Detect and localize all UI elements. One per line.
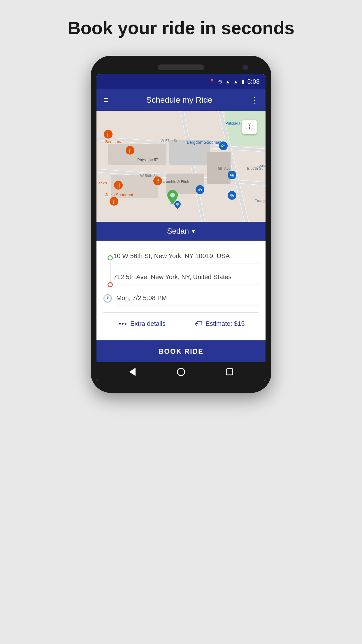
tag-icon: 🏷: [195, 319, 203, 328]
food-pin-1: 🍴: [104, 130, 113, 139]
recents-button[interactable]: [224, 367, 235, 377]
phone-screen: 📍 ⊖ ▲ ▲ ▮ 5:08 ≡ Schedule my Ride ⋮: [96, 74, 266, 381]
action-row: ••• Extra details 🏷 Estimate: $15: [103, 312, 259, 335]
wifi-icon: ▲: [225, 79, 231, 85]
recents-icon: [226, 368, 233, 375]
more-options-icon[interactable]: ⋮: [250, 95, 259, 105]
map-label-5thave: 5th Ave: [218, 166, 231, 171]
book-ride-button[interactable]: BOOK RIDE: [96, 340, 266, 362]
dropoff-row: [103, 270, 259, 284]
shop-pin-1: 🛍: [219, 141, 228, 150]
map-label-benihana: Benihana: [105, 139, 122, 144]
extra-details-label: Extra details: [130, 320, 166, 328]
svg-point-15: [170, 193, 175, 197]
menu-icon[interactable]: ≡: [103, 95, 108, 105]
map-label-w57: W 57th St: [161, 139, 177, 143]
status-icons: 📍 ⊖ ▲ ▲ ▮ 5:08: [209, 78, 260, 85]
pickup-input[interactable]: [113, 249, 259, 263]
phone-top: [96, 64, 266, 70]
route-inputs: 🕐: [103, 249, 259, 305]
extra-details-button[interactable]: ••• Extra details: [103, 314, 181, 334]
map-compass[interactable]: [242, 120, 257, 134]
map-label-jacks: Jack's: [96, 181, 107, 185]
bottom-nav: [96, 362, 266, 381]
dots-icon: •••: [119, 320, 127, 328]
clock-icon: 🕐: [103, 294, 112, 302]
location-icon: 📍: [209, 78, 215, 85]
chevron-down-icon: ▾: [192, 228, 195, 235]
shop-pin-2: 🛍: [228, 171, 236, 179]
camera: [243, 65, 248, 70]
estimate-button[interactable]: 🏷 Estimate: $15: [181, 313, 259, 335]
route-vertical-line: [110, 262, 110, 281]
vehicle-selector[interactable]: Sedan ▾: [96, 222, 266, 241]
shop-pin-4: 🛍: [196, 185, 204, 194]
map-label-louis: Louis: [256, 163, 266, 168]
app-bar: ≡ Schedule my Ride ⋮: [96, 89, 266, 111]
map-label-w56: W 56th St: [140, 174, 157, 178]
home-icon: [177, 368, 185, 376]
pickup-row: [103, 249, 259, 263]
dnd-icon: ⊖: [218, 78, 222, 85]
app-bar-title: Schedule my Ride: [146, 95, 212, 105]
dropoff-dot: [108, 282, 113, 287]
map-area: Benihana W 57th St Physique 57 Bergdorf …: [96, 111, 266, 222]
vehicle-label: Sedan: [167, 227, 189, 236]
map-label-trump: Trump: [255, 198, 266, 203]
speaker: [158, 64, 204, 70]
current-location-pin: [174, 201, 181, 211]
signal-icon: ▲: [233, 79, 238, 85]
phone-shell: 📍 ⊖ ▲ ▲ ▮ 5:08 ≡ Schedule my Ride ⋮: [91, 56, 271, 393]
home-button[interactable]: [176, 367, 186, 377]
back-icon: [129, 368, 136, 376]
dropoff-input[interactable]: [113, 270, 259, 284]
datetime-input[interactable]: [116, 291, 259, 305]
food-pin-4: 🍴: [110, 197, 118, 206]
status-time: 5:08: [247, 78, 260, 85]
food-pin-2: 🍴: [126, 146, 134, 155]
shop-pin-3: 🛍: [228, 191, 236, 200]
estimate-label: Estimate: $15: [205, 320, 245, 328]
back-button[interactable]: [127, 367, 138, 377]
form-area: 🕐 ••• Extra details 🏷 Estimate: $15: [96, 241, 266, 340]
map-label-joes: Joe's Shanghai: [105, 192, 133, 197]
battery-icon: ▮: [241, 78, 244, 85]
svg-point-16: [176, 203, 179, 206]
food-pin-5: 🍴: [153, 176, 162, 185]
map-label-physique: Physique 57: [137, 158, 158, 162]
map-label-bergdorf: Bergdorf Goodman: [187, 140, 222, 145]
food-pin-3: 🍴: [114, 181, 123, 190]
page-headline: Book your ride in seconds: [68, 18, 295, 38]
route-line: [108, 255, 113, 287]
svg-line-8: [181, 111, 204, 222]
status-bar: 📍 ⊖ ▲ ▲ ▮ 5:08: [96, 74, 266, 89]
pickup-dot: [108, 255, 113, 260]
datetime-row: 🕐: [103, 291, 259, 305]
